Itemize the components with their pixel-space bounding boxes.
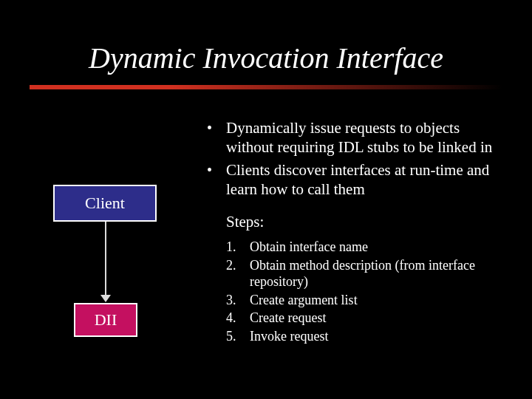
step-text: Create argument list <box>250 292 510 309</box>
list-item: 3. Create argument list <box>226 292 510 309</box>
list-item: 5. Invoke request <box>226 328 510 345</box>
client-label: Client <box>85 194 125 213</box>
dii-box: DII <box>74 303 137 337</box>
slide-title: Dynamic Invocation Interface <box>0 41 532 75</box>
title-underline <box>30 85 502 89</box>
steps-list: 1. Obtain interface name 2. Obtain metho… <box>226 239 510 344</box>
step-text: Obtain method description (from interfac… <box>250 257 510 290</box>
bullet-list: • Dynamically issue requests to objects … <box>207 118 510 199</box>
step-number: 5. <box>226 328 250 345</box>
list-item: 1. Obtain interface name <box>226 239 510 256</box>
step-number: 4. <box>226 310 250 327</box>
client-box: Client <box>53 185 157 222</box>
bullet-text: Dynamically issue requests to objects wi… <box>226 118 510 157</box>
bullet-text: Clients discover interfaces at run-time … <box>226 160 510 200</box>
bullet-icon: • <box>207 160 226 180</box>
dii-label: DII <box>95 310 117 330</box>
content-area: • Dynamically issue requests to objects … <box>207 118 510 346</box>
steps-heading: Steps: <box>226 212 510 231</box>
step-number: 2. <box>226 257 250 274</box>
slide: Dynamic Invocation Interface Client DII … <box>0 0 532 399</box>
connector-line <box>105 222 106 296</box>
list-item: • Clients discover interfaces at run-tim… <box>207 160 510 200</box>
list-item: 2. Obtain method description (from inter… <box>226 257 510 290</box>
list-item: 4. Create request <box>226 310 510 327</box>
step-text: Create request <box>250 310 510 327</box>
step-text: Obtain interface name <box>250 239 510 256</box>
step-number: 1. <box>226 239 250 256</box>
bullet-icon: • <box>207 118 226 137</box>
arrow-down-icon <box>100 295 111 302</box>
step-text: Invoke request <box>250 328 510 345</box>
list-item: • Dynamically issue requests to objects … <box>207 118 510 157</box>
step-number: 3. <box>226 292 250 309</box>
